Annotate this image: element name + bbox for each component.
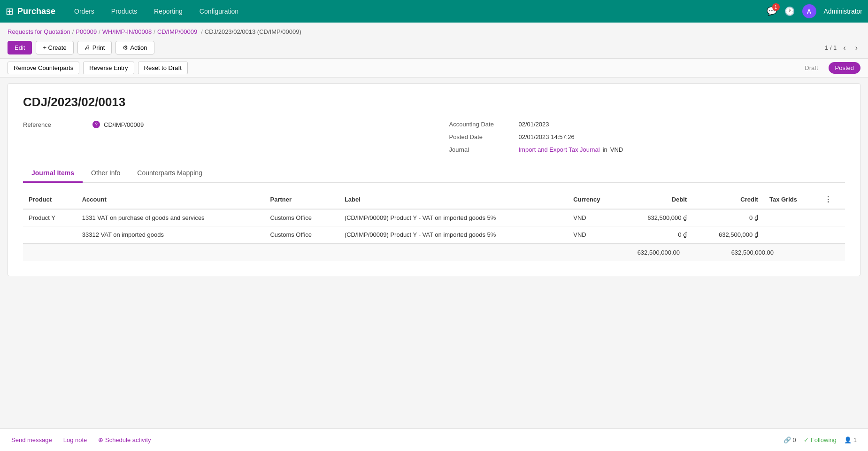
breadcrumb-sep-4: / [201, 28, 203, 35]
breadcrumb-rfq[interactable]: Requests for Quotation [8, 28, 70, 35]
breadcrumb-current: CDJ/2023/02/0013 (CD/IMP/00009) [205, 28, 301, 35]
cell-taxgrids-2 [764, 226, 819, 243]
col-account: Account [77, 190, 265, 209]
reset-to-draft-button[interactable]: Reset to Draft [138, 62, 188, 74]
journal-items-table: Product Account Partner Label Currency D… [23, 190, 845, 261]
edit-button[interactable]: Edit [8, 41, 32, 54]
app-menu-icon[interactable]: ⊞ [6, 6, 14, 17]
create-button[interactable]: + Create [36, 41, 73, 54]
main-content: CDJ/2023/02/0013 Reference ? CD/IMP/0000… [0, 78, 868, 304]
total-debit: 632,500,000.00 [623, 249, 680, 256]
breadcrumb-sep-1: / [72, 28, 74, 35]
status-posted[interactable]: Posted [829, 62, 860, 74]
accounting-date-field: Accounting Date 02/01/2023 [449, 121, 845, 128]
tab-journal-items[interactable]: Journal Items [23, 164, 83, 183]
remove-counterparts-button[interactable]: Remove Counterparts [8, 62, 79, 74]
cell-partner-1: Customs Office [264, 209, 338, 226]
table-row: Product Y 1331 VAT on purchase of goods … [23, 209, 845, 226]
col-currency: Currency [568, 190, 621, 209]
reference-label: Reference [23, 121, 89, 128]
posted-date-field: Posted Date 02/01/2023 14:57:26 [449, 133, 845, 140]
items-table: Product Account Partner Label Currency D… [23, 190, 845, 243]
journal-field: Journal Import and Export Tax Journal in… [449, 146, 845, 153]
cell-product-2 [23, 226, 77, 243]
status-draft[interactable]: Draft [798, 62, 824, 74]
top-menu: Orders Products Reporting Configuration [67, 4, 762, 19]
accounting-date-value: 02/01/2023 [519, 121, 549, 128]
breadcrumb-wh-imp-in[interactable]: WH/IMP-IN/00008 [102, 28, 152, 35]
journal-label: Journal [449, 146, 515, 153]
cell-more-2 [819, 226, 845, 243]
print-button[interactable]: 🖨 Print [77, 41, 112, 54]
cell-debit-2: 0 ₫ [621, 226, 692, 243]
avatar[interactable]: A [802, 4, 816, 18]
cell-partner-2: Customs Office [264, 226, 338, 243]
reference-help-icon[interactable]: ? [92, 121, 100, 128]
col-debit: Debit [621, 190, 692, 209]
pagination-text: 1 / 1 [825, 44, 837, 51]
username[interactable]: Administrator [824, 8, 862, 15]
table-row: 33312 VAT on imported goods Customs Offi… [23, 226, 845, 243]
tab-other-info[interactable]: Other Info [83, 164, 129, 183]
col-partner: Partner [264, 190, 338, 209]
breadcrumb-sep-3: / [154, 28, 155, 35]
cell-currency-2: VND [568, 226, 621, 243]
pagination: 1 / 1 ‹ › [825, 43, 860, 53]
cell-label-2: (CD/IMP/00009) Product Y - VAT on import… [339, 226, 568, 243]
reverse-entry-button[interactable]: Reverse Entry [83, 62, 134, 74]
reference-field: Reference ? CD/IMP/00009 [23, 121, 434, 128]
col-product: Product [23, 190, 77, 209]
col-tax-grids: Tax Grids [764, 190, 819, 209]
menu-products[interactable]: Products [104, 4, 145, 19]
more-options-icon[interactable]: ⋮ [824, 195, 832, 203]
journal-link[interactable]: Import and Export Tax Journal [519, 146, 600, 153]
breadcrumb-p00009[interactable]: P00009 [76, 28, 97, 35]
reference-value: CD/IMP/00009 [104, 121, 144, 128]
action-bar: Remove Counterparts Reverse Entry Reset … [0, 58, 868, 78]
breadcrumb: Requests for Quotation / P00009 / WH/IMP… [0, 23, 868, 37]
cell-taxgrids-1 [764, 209, 819, 226]
action-button[interactable]: ⚙ Action [115, 41, 154, 54]
form-right: Accounting Date 02/01/2023 Posted Date 0… [434, 121, 845, 153]
col-more: ⋮ [819, 190, 845, 209]
topnav-right: 💬 1 🕐 A Administrator [767, 4, 862, 18]
pagination-next[interactable]: › [853, 43, 860, 53]
pagination-prev[interactable]: ‹ [840, 43, 848, 53]
menu-orders[interactable]: Orders [67, 4, 102, 19]
cell-debit-1: 632,500,000 ₫ [621, 209, 692, 226]
posted-date-label: Posted Date [449, 133, 515, 140]
cell-account-1: 1331 VAT on purchase of goods and servic… [77, 209, 265, 226]
menu-reporting[interactable]: Reporting [146, 4, 190, 19]
cell-credit-1: 0 ₫ [692, 209, 764, 226]
posted-date-value: 02/01/2023 14:57:26 [519, 133, 575, 140]
cell-currency-1: VND [568, 209, 621, 226]
brand-name: Purchase [17, 7, 55, 16]
status-trail: Draft Posted [798, 62, 860, 74]
journal-currency: VND [610, 146, 623, 153]
journal-inline: Import and Export Tax Journal in VND [519, 146, 623, 153]
form-left: Reference ? CD/IMP/00009 [23, 121, 434, 128]
top-navigation: ⊞ Purchase Orders Products Reporting Con… [0, 0, 868, 23]
tab-counterparts-mapping[interactable]: Counterparts Mapping [129, 164, 211, 183]
cell-credit-2: 632,500,000 ₫ [692, 226, 764, 243]
breadcrumb-cd-imp[interactable]: CD/IMP/00009 [157, 28, 197, 35]
toolbar: Edit + Create 🖨 Print ⚙ Action 1 / 1 ‹ › [0, 37, 868, 58]
clock-icon[interactable]: 🕐 [784, 6, 795, 16]
table-totals: 632,500,000.00 632,500,000.00 [23, 243, 845, 261]
menu-configuration[interactable]: Configuration [192, 4, 246, 19]
cell-label-1: (CD/IMP/00009) Product Y - VAT on import… [339, 209, 568, 226]
cell-account-2: 33312 VAT on imported goods [77, 226, 265, 243]
brand-logo[interactable]: Purchase [17, 7, 55, 16]
record-card: CDJ/2023/02/0013 Reference ? CD/IMP/0000… [8, 83, 860, 276]
cell-product-1: Product Y [23, 209, 77, 226]
cell-more-1 [819, 209, 845, 226]
journal-in: in [603, 146, 607, 153]
col-label: Label [339, 190, 568, 209]
breadcrumb-sep-2: / [99, 28, 100, 35]
notification-badge: 1 [772, 3, 780, 11]
total-credit: 632,500,000.00 [717, 249, 774, 256]
messages-icon[interactable]: 💬 1 [767, 6, 777, 16]
record-title: CDJ/2023/02/0013 [23, 95, 845, 109]
tabs: Journal Items Other Info Counterparts Ma… [23, 164, 845, 183]
form-fields: Reference ? CD/IMP/00009 Accounting Date… [23, 121, 845, 153]
